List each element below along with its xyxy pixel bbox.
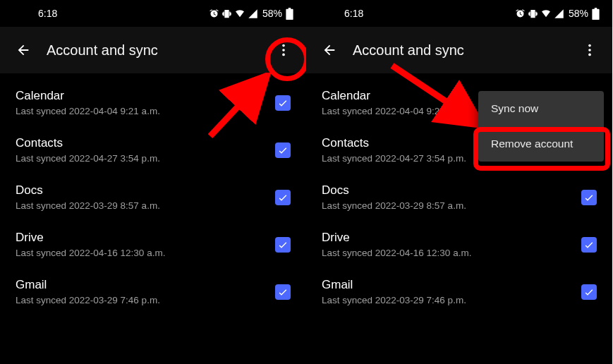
check-icon [277, 145, 289, 156]
item-title: Drive [16, 231, 275, 245]
alarm-icon [209, 8, 219, 19]
battery-pct: 58% [262, 8, 282, 19]
battery-icon [592, 8, 600, 20]
status-time: 6:18 [344, 8, 363, 19]
more-options-button[interactable] [577, 37, 602, 63]
screen-left: 6:18 58% Account and sync Calendar [0, 0, 306, 364]
status-icons [209, 8, 258, 19]
item-sub: Last synced 2022-04-27 3:54 p.m. [16, 153, 275, 164]
back-button[interactable] [16, 42, 31, 58]
back-arrow-icon [16, 42, 31, 58]
top-bar: Account and sync [306, 27, 612, 73]
list-item[interactable]: Gmail Last synced 2022-03-29 7:46 p.m. [306, 268, 612, 315]
wifi-icon [234, 8, 245, 19]
more-vert-icon [582, 42, 597, 58]
sync-checkbox[interactable] [581, 284, 597, 300]
item-text: Gmail Last synced 2022-03-29 7:46 p.m. [322, 278, 581, 305]
list-item[interactable]: Gmail Last synced 2022-03-29 7:46 p.m. [0, 268, 306, 315]
item-title: Contacts [16, 136, 275, 150]
item-sub: Last synced 2022-04-04 9:21 a.m. [16, 106, 275, 116]
list-item[interactable]: Calendar Last synced 2022-04-04 9:21 a.m… [0, 79, 306, 126]
check-icon [277, 97, 289, 109]
status-time: 6:18 [38, 8, 57, 19]
options-popup: Sync now Remove account [478, 91, 604, 162]
item-sub: Last synced 2022-03-29 8:57 a.m. [322, 200, 581, 211]
status-bar: 6:18 58% [306, 0, 612, 27]
page-title: Account and sync [353, 42, 562, 59]
item-text: Docs Last synced 2022-03-29 8:57 a.m. [16, 183, 275, 211]
check-icon [277, 286, 289, 298]
item-title: Calendar [16, 89, 275, 103]
battery-icon [286, 8, 293, 20]
top-bar: Account and sync [0, 27, 306, 73]
sync-checkbox[interactable] [581, 237, 597, 253]
page-title: Account and sync [47, 42, 255, 59]
item-sub: Last synced 2022-04-16 12:30 a.m. [16, 248, 275, 258]
sync-checkbox[interactable] [275, 95, 291, 111]
item-text: Docs Last synced 2022-03-29 8:57 a.m. [322, 183, 581, 211]
annotation-circle [265, 37, 306, 81]
item-text: Calendar Last synced 2022-04-04 9:21 a.m… [16, 89, 275, 116]
signal-icon [554, 8, 564, 19]
item-title: Gmail [322, 278, 581, 292]
sync-checkbox[interactable] [581, 190, 597, 205]
check-icon [583, 192, 595, 203]
item-text: Gmail Last synced 2022-03-29 7:46 p.m. [16, 278, 275, 305]
item-title: Gmail [16, 278, 275, 292]
item-title: Drive [322, 231, 581, 245]
check-icon [583, 239, 595, 250]
list-item[interactable]: Contacts Last synced 2022-04-27 3:54 p.m… [0, 126, 306, 174]
back-button[interactable] [322, 42, 337, 58]
status-right: 58% [209, 8, 293, 20]
list-item[interactable]: Drive Last synced 2022-04-16 12:30 a.m. [306, 221, 612, 268]
item-text: Drive Last synced 2022-04-16 12:30 a.m. [322, 231, 581, 258]
popup-remove-account[interactable]: Remove account [478, 126, 604, 162]
item-title: Docs [322, 183, 581, 198]
alarm-icon [515, 8, 526, 19]
popup-sync-now[interactable]: Sync now [478, 91, 604, 126]
sync-checkbox[interactable] [275, 142, 291, 158]
sync-checkbox[interactable] [275, 284, 291, 300]
vibrate-icon [528, 8, 538, 19]
list-item[interactable]: Docs Last synced 2022-03-29 8:57 a.m. [0, 174, 306, 221]
check-icon [277, 192, 289, 203]
item-sub: Last synced 2022-03-29 7:46 p.m. [322, 295, 581, 305]
item-text: Drive Last synced 2022-04-16 12:30 a.m. [16, 231, 275, 258]
back-arrow-icon [322, 42, 337, 58]
item-sub: Last synced 2022-04-16 12:30 a.m. [322, 248, 581, 258]
sync-checkbox[interactable] [275, 237, 291, 253]
list-item[interactable]: Docs Last synced 2022-03-29 8:57 a.m. [306, 174, 612, 221]
vibrate-icon [221, 8, 232, 19]
sync-checkbox[interactable] [275, 190, 291, 205]
item-sub: Last synced 2022-03-29 8:57 a.m. [16, 200, 275, 211]
item-sub: Last synced 2022-03-29 7:46 p.m. [16, 295, 275, 305]
status-icons [515, 8, 564, 19]
check-icon [583, 286, 595, 298]
svg-point-7 [588, 54, 591, 56]
item-title: Docs [16, 183, 275, 198]
signal-icon [248, 8, 258, 19]
status-bar: 6:18 58% [0, 0, 306, 27]
svg-point-5 [588, 44, 591, 47]
battery-pct: 58% [569, 8, 588, 19]
item-text: Contacts Last synced 2022-04-27 3:54 p.m… [16, 136, 275, 164]
sync-list: Calendar Last synced 2022-04-04 9:21 a.m… [0, 73, 306, 321]
svg-point-6 [588, 49, 591, 51]
wifi-icon [540, 8, 552, 19]
screen-right: 6:18 58% Account and sync Calendar [306, 0, 612, 364]
status-right: 58% [515, 8, 600, 20]
list-item[interactable]: Drive Last synced 2022-04-16 12:30 a.m. [0, 221, 306, 268]
check-icon [277, 239, 289, 250]
